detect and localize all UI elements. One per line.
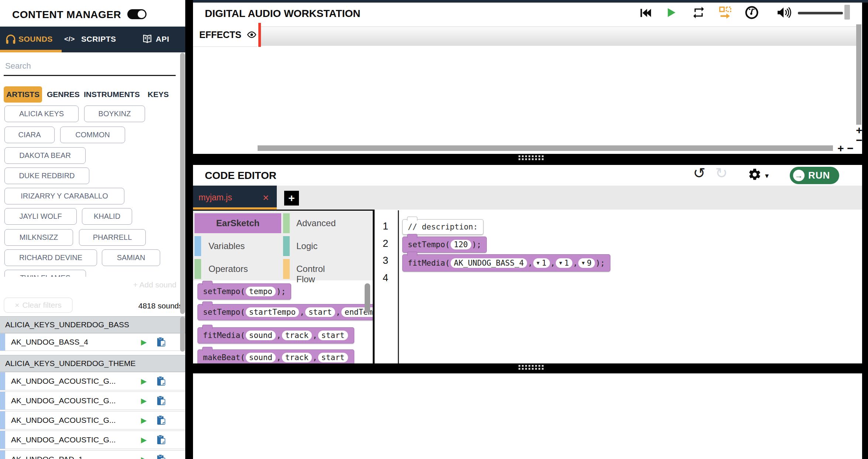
redo-icon[interactable]: ↻ [715, 166, 728, 180]
track-dropdown[interactable]: ▼1 [533, 258, 550, 268]
filter-artist-alicia-keys[interactable]: ALICIA KEYS [4, 106, 79, 122]
panel-scrollbar[interactable] [180, 53, 185, 314]
follow-playback-button[interactable] [718, 6, 732, 21]
clear-x-icon: × [15, 301, 19, 310]
loop-button[interactable] [692, 6, 706, 21]
tab-sounds[interactable]: SOUNDS [18, 35, 53, 44]
flyout-scrollbar[interactable] [365, 283, 370, 313]
playhead-cursor[interactable] [258, 23, 261, 47]
sound-item[interactable]: AK_UNDOG_ACOUSTIC_G... ▶ [0, 372, 185, 390]
filter-artist-ciara[interactable]: CIARA [4, 127, 55, 143]
filter-artist-boykinz[interactable]: BOYKINZ [84, 106, 145, 122]
sound-list-scrollbar[interactable] [180, 317, 185, 352]
timeline-ruler[interactable] [261, 27, 861, 46]
rewind-button[interactable] [638, 6, 652, 21]
new-tab-button[interactable]: + [284, 191, 299, 206]
filter-artist-richard-devine[interactable]: RICHARD DEVINE [4, 249, 97, 266]
filter-tab-genres[interactable]: GENRES [47, 86, 80, 103]
run-button[interactable]: → RUN [790, 167, 839, 184]
palette-block-settempo-range[interactable]: setTempo(startTempo, start, endTempo [197, 304, 373, 320]
filter-artist-common[interactable]: COMMON [60, 127, 125, 143]
preview-play-icon[interactable]: ▶ [141, 377, 147, 386]
sound-item[interactable]: AK_UNDOG_ACOUSTIC_G... ▶ [0, 431, 185, 449]
preview-play-icon[interactable]: ▶ [141, 455, 147, 459]
filter-artist-jayli-wolf[interactable]: JAYLI WOLF [4, 208, 77, 225]
daw-editor-divider-handle[interactable] [519, 155, 544, 160]
filter-artist-irizarry[interactable]: IRIZARRY Y CARABALLO [4, 188, 124, 204]
effects-toggle[interactable]: EFFECTS [193, 23, 258, 47]
block-notch [407, 234, 417, 238]
filter-artist-dakota-bear[interactable]: DAKOTA BEAR [4, 147, 86, 164]
palette-block-fitmedia[interactable]: fitMedia(sound, track, start [197, 327, 354, 344]
editor-console-divider-handle[interactable] [519, 365, 544, 370]
preview-play-icon[interactable]: ▶ [141, 435, 147, 444]
settempo-block[interactable]: setTempo(120); [402, 237, 487, 253]
gutter-border [398, 210, 399, 363]
category-color-chip [194, 259, 201, 279]
code-editor-title: CODE EDITOR [205, 170, 276, 182]
preview-play-icon[interactable]: ▶ [141, 396, 147, 405]
earsketch-app: CONTENT MANAGER SOUNDS </> SCRIPTS API A… [0, 0, 868, 459]
palette-block-settempo[interactable]: setTempo(tempo); [197, 283, 291, 300]
sound-folder-header[interactable]: ALICIA_KEYS_UNDERDOG_BASS [0, 316, 185, 333]
daw-horizontal-scrollbar[interactable] [258, 145, 833, 151]
filter-artist-twin-flames[interactable]: TWIN FLAMES [4, 270, 86, 277]
fitmedia-block[interactable]: fitMedia( AK_UNDOG_BASS_4 , ▼1 , ▼1 , ▼9… [402, 254, 610, 272]
artist-filter-list: ALICIA KEYS BOYKINZ CIARA COMMON DAKOTA … [0, 103, 185, 277]
horizontal-zoom-in-button[interactable]: + [836, 144, 845, 153]
filter-artist-samian[interactable]: SAMIAN [102, 249, 160, 266]
start-dropdown[interactable]: ▼1 [556, 258, 572, 268]
end-dropdown[interactable]: ▼9 [578, 258, 595, 268]
sound-item[interactable]: AK_UNDOG_ACOUSTIC_G... ▶ [0, 391, 185, 410]
tab-myjam-js[interactable]: myjam.js × [193, 186, 277, 210]
volume-slider-thumb[interactable] [844, 5, 850, 20]
sound-item-accent [0, 372, 5, 390]
gear-icon[interactable] [748, 168, 762, 183]
paste-to-editor-icon[interactable] [156, 376, 166, 386]
search-input[interactable] [4, 58, 172, 74]
undo-icon[interactable]: ↺ [693, 166, 706, 180]
paste-to-editor-icon[interactable] [156, 454, 166, 459]
palette-block-makebeat[interactable]: makeBeat(sound, track, start [197, 349, 354, 363]
paste-to-editor-icon[interactable] [156, 337, 166, 347]
filter-artist-duke-redbird[interactable]: DUKE REDBIRD [4, 168, 89, 184]
gear-caret-icon[interactable]: ▾ [765, 171, 769, 180]
sound-item[interactable]: AK_UNDOG_PAD_1 ▶ [0, 450, 185, 459]
category-color-chip [194, 236, 201, 256]
sound-item[interactable]: AK_UNDOG_ACOUSTIC_G... ▶ [0, 411, 185, 429]
vertical-zoom-out-button[interactable]: − [855, 136, 864, 145]
block-flyout: setTempo(tempo); setTempo(startTempo, st… [193, 280, 373, 363]
close-tab-icon[interactable]: × [263, 193, 269, 203]
sound-item[interactable]: AK_UNDOG_BASS_4 ▶ [0, 333, 185, 351]
filter-tab-keys[interactable]: KEYS [148, 86, 169, 103]
tab-scripts[interactable]: SCRIPTS [81, 35, 116, 44]
play-button[interactable] [664, 6, 678, 21]
paste-to-editor-icon[interactable] [156, 396, 166, 406]
filter-artist-khalid[interactable]: KHALID [82, 208, 132, 225]
category-color-chip [283, 236, 290, 256]
filter-artist-pharrell[interactable]: PHARRELL [79, 229, 146, 246]
horizontal-zoom-out-button[interactable]: − [846, 144, 855, 153]
search-underline [4, 75, 176, 76]
paste-to-editor-icon[interactable] [156, 435, 166, 445]
tab-api[interactable]: API [156, 35, 169, 44]
dropdown-arrow-icon: ▼ [582, 260, 585, 266]
add-sound-button[interactable]: + Add sound [111, 280, 176, 289]
top-accent-strip [193, 0, 868, 3]
sound-folder-header[interactable]: ALICIA_KEYS_UNDERDOG_THEME [0, 355, 185, 372]
preview-play-icon[interactable]: ▶ [141, 416, 147, 425]
preview-play-icon[interactable]: ▶ [141, 338, 147, 346]
comment-block[interactable]: // description: [402, 219, 483, 235]
metronome-button[interactable] [744, 5, 759, 21]
filter-artist-milknsizz[interactable]: MILKNSIZZ [4, 229, 73, 246]
content-manager-toggle[interactable] [127, 9, 147, 19]
volume-icon[interactable] [776, 5, 792, 21]
clear-filters-button[interactable]: × Clear filters [4, 297, 73, 313]
paste-to-editor-icon[interactable] [156, 415, 166, 425]
category-earsketch[interactable]: EarSketch [194, 213, 281, 233]
filter-tab-artists[interactable]: ARTISTS [4, 86, 42, 103]
vertical-zoom-in-button[interactable]: + [855, 126, 864, 135]
daw-vertical-scrollbar[interactable] [856, 24, 861, 125]
volume-slider-track[interactable] [798, 12, 843, 14]
filter-tab-instruments[interactable]: INSTRUMENTS [84, 86, 140, 103]
